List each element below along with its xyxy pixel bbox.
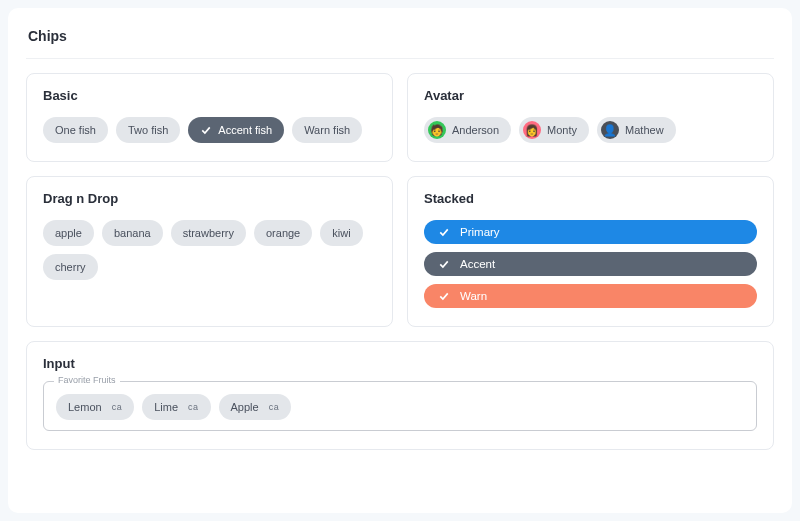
- dragdrop-title: Drag n Drop: [43, 191, 376, 206]
- chip-label: Accent fish: [218, 121, 272, 139]
- check-icon: [438, 226, 450, 238]
- chip-label: Lime: [154, 398, 178, 416]
- page-title: Chips: [26, 24, 774, 59]
- avatar-title: Avatar: [424, 88, 757, 103]
- check-icon: [438, 290, 450, 302]
- avatar-chip-row: 🧑Anderson👩Monty👤Mathew: [424, 117, 757, 143]
- draggable-chip[interactable]: apple: [43, 220, 94, 246]
- draggable-chip[interactable]: orange: [254, 220, 312, 246]
- stacked-bar-chip[interactable]: Accent: [424, 252, 757, 276]
- avatar-icon: 👩: [523, 121, 541, 139]
- remove-chip-icon[interactable]: ca: [188, 398, 199, 416]
- draggable-chip[interactable]: kiwi: [320, 220, 362, 246]
- basic-chip[interactable]: Two fish: [116, 117, 180, 143]
- basic-chip[interactable]: One fish: [43, 117, 108, 143]
- chip-label: Mathew: [625, 121, 664, 139]
- avatar-chip[interactable]: 👩Monty: [519, 117, 589, 143]
- field-label: Favorite Fruits: [54, 375, 120, 385]
- check-icon: [200, 124, 212, 136]
- stacked-card: Stacked PrimaryAccentWarn: [407, 176, 774, 327]
- avatar-chip[interactable]: 🧑Anderson: [424, 117, 511, 143]
- stacked-bar-chip[interactable]: Primary: [424, 220, 757, 244]
- draggable-chip[interactable]: strawberry: [171, 220, 246, 246]
- input-card: Input Favorite Fruits LemoncaLimecaApple…: [26, 341, 774, 450]
- basic-chip-row: One fishTwo fishAccent fishWarn fish: [43, 117, 376, 143]
- stacked-bar-list: PrimaryAccentWarn: [424, 220, 757, 308]
- input-title: Input: [43, 356, 757, 371]
- input-chip[interactable]: Lemonca: [56, 394, 134, 420]
- basic-title: Basic: [43, 88, 376, 103]
- input-chip[interactable]: Appleca: [219, 394, 292, 420]
- avatar-card: Avatar 🧑Anderson👩Monty👤Mathew: [407, 73, 774, 162]
- stacked-bar-chip[interactable]: Warn: [424, 284, 757, 308]
- chip-label: apple: [55, 224, 82, 242]
- check-icon: [438, 258, 450, 270]
- avatar-icon: 👤: [601, 121, 619, 139]
- chip-label: Monty: [547, 121, 577, 139]
- chip-label: Warn: [460, 290, 487, 302]
- chip-label: Accent: [460, 258, 495, 270]
- chip-label: Anderson: [452, 121, 499, 139]
- chip-label: Warn fish: [304, 121, 350, 139]
- remove-chip-icon[interactable]: ca: [112, 398, 123, 416]
- draggable-chip[interactable]: banana: [102, 220, 163, 246]
- basic-card: Basic One fishTwo fishAccent fishWarn fi…: [26, 73, 393, 162]
- cards-grid: Basic One fishTwo fishAccent fishWarn fi…: [26, 73, 774, 327]
- remove-chip-icon[interactable]: ca: [269, 398, 280, 416]
- chip-label: Primary: [460, 226, 500, 238]
- draggable-chip[interactable]: cherry: [43, 254, 98, 280]
- chips-page: Chips Basic One fishTwo fishAccent fishW…: [8, 8, 792, 513]
- dragdrop-chip-row: applebananastrawberryorangekiwicherry: [43, 220, 376, 280]
- chip-label: strawberry: [183, 224, 234, 242]
- chip-label: cherry: [55, 258, 86, 276]
- input-chip[interactable]: Limeca: [142, 394, 210, 420]
- chip-label: One fish: [55, 121, 96, 139]
- chip-label: Apple: [231, 398, 259, 416]
- basic-chip[interactable]: Warn fish: [292, 117, 362, 143]
- chip-label: orange: [266, 224, 300, 242]
- chip-label: Two fish: [128, 121, 168, 139]
- basic-chip[interactable]: Accent fish: [188, 117, 284, 143]
- chip-input-field[interactable]: Favorite Fruits LemoncaLimecaAppleca: [43, 381, 757, 431]
- chip-label: banana: [114, 224, 151, 242]
- avatar-icon: 🧑: [428, 121, 446, 139]
- chip-label: kiwi: [332, 224, 350, 242]
- dragdrop-card: Drag n Drop applebananastrawberryorangek…: [26, 176, 393, 327]
- input-chip-row: LemoncaLimecaAppleca: [56, 394, 744, 420]
- chip-label: Lemon: [68, 398, 102, 416]
- stacked-title: Stacked: [424, 191, 757, 206]
- avatar-chip[interactable]: 👤Mathew: [597, 117, 676, 143]
